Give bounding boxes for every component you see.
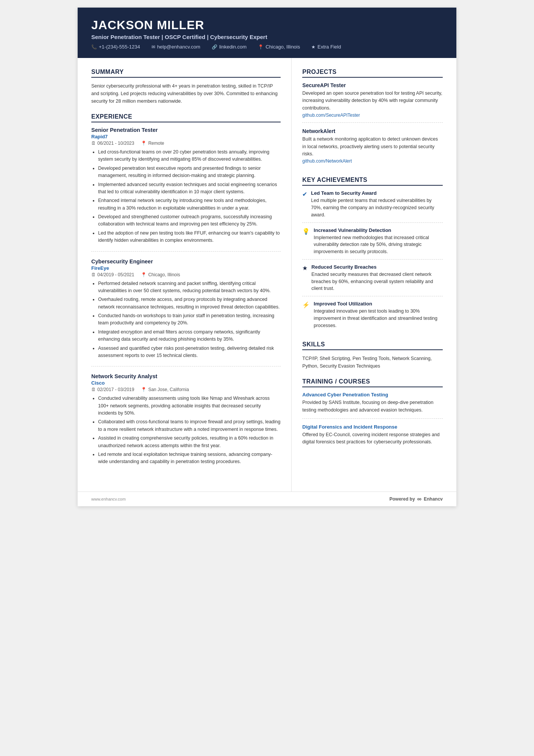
achievement-icon-2: 💡	[302, 228, 310, 255]
project-link-2: github.com/NetworkAlert	[302, 158, 443, 164]
bullet-1-1: Led cross-functional teams on over 20 cy…	[98, 149, 281, 163]
achievements-title: KEY ACHIEVEMENTS	[302, 177, 443, 186]
company-1: Rapid7	[91, 134, 281, 139]
summary-text: Senior cybersecurity professional with 4…	[91, 82, 281, 105]
summary-title: SUMMARY	[91, 69, 281, 78]
bullet-3-4: Led remote and local exploitation techni…	[98, 451, 281, 466]
job-date-3: 🗓 02/2017 - 03/2019	[91, 387, 134, 392]
phone-text: +1-(234)-555-1234	[99, 44, 140, 50]
job-bullets-1: Led cross-functional teams on over 20 cy…	[91, 149, 281, 244]
bullet-1-5: Developed and strengthened customer outr…	[98, 213, 281, 228]
bullet-1-6: Led the adoption of new pen testing tool…	[98, 230, 281, 244]
job-bullets-2: Performed detailed network scanning and …	[91, 280, 281, 360]
job-date-1: 🗓 06/2021 - 10/2023	[91, 141, 134, 146]
training-block-1: Advanced Cyber Penetration Testing Provi…	[302, 392, 443, 419]
achievements-section: KEY ACHIEVEMENTS ✔ Led Team to Security …	[302, 177, 443, 333]
achievement-desc-3: Enacted security measures that decreased…	[311, 271, 443, 292]
contact-location: 📍 Chicago, Illinois	[258, 44, 300, 50]
job-meta-1: 🗓 06/2021 - 10/2023 📍 Remote	[91, 141, 281, 146]
location-icon: 📍	[258, 44, 264, 50]
achievement-desc-4: Integrated innovative pen test tools lea…	[314, 308, 443, 329]
achievement-3: ★ Reduced Security Breaches Enacted secu…	[302, 264, 443, 296]
contact-list: 📞 +1-(234)-555-1234 ✉ help@enhancv.com 🔗…	[91, 44, 443, 50]
loc-icon-1: 📍	[141, 141, 147, 146]
job-meta-2: 🗓 04/2019 - 05/2021 📍 Chicago, Illinois	[91, 272, 281, 277]
candidate-name: JACKSON MILLER	[91, 18, 443, 32]
bullet-2-3: Conducted hands-on workshops to train ju…	[98, 312, 281, 327]
email-text: help@enhancv.com	[157, 44, 200, 50]
achievement-icon-3: ★	[302, 265, 308, 292]
bullet-2-4: Integrated encryption and email filters …	[98, 329, 281, 343]
bullet-2-1: Performed detailed network scanning and …	[98, 280, 281, 295]
job-title-3: Network Security Analyst	[91, 373, 281, 379]
training-desc-1: Provided by SANS Institute, focusing on …	[302, 399, 443, 414]
summary-section: SUMMARY Senior cybersecurity professiona…	[91, 69, 281, 105]
contact-extra: ★ Extra Field	[311, 44, 341, 50]
right-column: PROJECTS SecureAPI Tester Developed an o…	[292, 58, 456, 491]
training-name-2: Digital Forensics and Incident Response	[302, 424, 443, 430]
achievement-desc-1: Led multiple pentest teams that reduced …	[311, 197, 443, 218]
job-title-1: Senior Penetration Tester	[91, 127, 281, 133]
calendar-icon-2: 🗓	[91, 272, 96, 277]
candidate-title: Senior Penetration Tester | OSCP Certifi…	[91, 34, 443, 40]
loc-icon-3: 📍	[141, 387, 147, 392]
location-text: Chicago, Illinois	[265, 44, 300, 50]
header: JACKSON MILLER Senior Penetration Tester…	[78, 8, 456, 58]
skills-title: SKILLS	[302, 341, 443, 350]
training-title: TRAINING / COURSES	[302, 378, 443, 387]
achievement-title-4: Improved Tool Utilization	[314, 301, 443, 307]
company-3: Cisco	[91, 380, 281, 386]
job-meta-3: 🗓 02/2017 - 03/2019 📍 San Jose, Californ…	[91, 387, 281, 392]
contact-phone: 📞 +1-(234)-555-1234	[91, 44, 140, 50]
job-block-3: Network Security Analyst Cisco 🗓 02/2017…	[91, 373, 281, 472]
achievement-title-2: Increased Vulnerability Detection	[314, 227, 443, 233]
job-date-2: 🗓 04/2019 - 05/2021	[91, 272, 134, 277]
contact-linkedin: 🔗 linkedin.com	[212, 44, 247, 50]
project-block-2: NetworkAlert Built a network monitoring …	[302, 128, 443, 168]
bullet-1-3: Implemented advanced security evasion te…	[98, 181, 281, 196]
linkedin-icon: 🔗	[212, 44, 217, 50]
experience-title: EXPERIENCE	[91, 113, 281, 122]
email-icon: ✉	[151, 44, 155, 50]
skills-text: TCP/IP, Shell Scripting, Pen Testing Too…	[302, 355, 443, 370]
training-section: TRAINING / COURSES Advanced Cyber Penetr…	[302, 378, 443, 451]
achievement-desc-2: Implemented new methodologies that incre…	[314, 234, 443, 255]
achievement-4: ⚡ Improved Tool Utilization Integrated i…	[302, 301, 443, 333]
bullet-1-4: Enhanced internal network security by in…	[98, 197, 281, 212]
calendar-icon-1: 🗓	[91, 141, 96, 146]
bullet-2-2: Overhauled routing, remote access, and p…	[98, 296, 281, 311]
project-name-1: SecureAPI Tester	[302, 82, 443, 88]
footer-brand: Powered by ∞ Enhancv	[389, 496, 443, 502]
job-title-2: Cybersecurity Engineer	[91, 258, 281, 265]
extra-text: Extra Field	[317, 44, 341, 50]
extra-icon: ★	[311, 44, 315, 50]
projects-title: PROJECTS	[302, 69, 443, 78]
experience-section: EXPERIENCE Senior Penetration Tester Rap…	[91, 113, 281, 473]
brand-name: Enhancv	[424, 496, 443, 502]
job-bullets-3: Conducted vulnerability assessments usin…	[91, 395, 281, 465]
job-location-2: 📍 Chicago, Illinois	[141, 272, 180, 277]
project-desc-2: Built a network monitoring application t…	[302, 136, 443, 158]
achievement-title-1: Led Team to Security Award	[311, 190, 443, 196]
project-link-1: github.com/SecureAPITester	[302, 113, 443, 118]
bullet-1-2: Developed penetration test executive rep…	[98, 165, 281, 180]
training-block-2: Digital Forensics and Incident Response …	[302, 424, 443, 451]
bullet-3-2: Collaborated with cross-functional teams…	[98, 418, 281, 433]
achievement-1: ✔ Led Team to Security Award Led multipl…	[302, 190, 443, 222]
achievement-title-3: Reduced Security Breaches	[311, 264, 443, 270]
body: SUMMARY Senior cybersecurity professiona…	[78, 58, 456, 491]
powered-by-text: Powered by	[389, 496, 415, 502]
projects-section: PROJECTS SecureAPI Tester Developed an o…	[302, 69, 443, 168]
contact-email: ✉ help@enhancv.com	[151, 44, 200, 50]
company-2: FireEye	[91, 265, 281, 271]
footer-website: www.enhancv.com	[91, 497, 126, 501]
job-location-1: 📍 Remote	[141, 141, 164, 146]
project-name-2: NetworkAlert	[302, 128, 443, 134]
brand-icon: ∞	[417, 496, 422, 502]
bullet-2-5: Assessed and quantified cyber risks post…	[98, 345, 281, 360]
left-column: SUMMARY Senior cybersecurity professiona…	[78, 58, 292, 491]
skills-section: SKILLS TCP/IP, Shell Scripting, Pen Test…	[302, 341, 443, 370]
bullet-3-1: Conducted vulnerability assessments usin…	[98, 395, 281, 417]
linkedin-text: linkedin.com	[219, 44, 247, 50]
job-location-3: 📍 San Jose, California	[141, 387, 189, 392]
